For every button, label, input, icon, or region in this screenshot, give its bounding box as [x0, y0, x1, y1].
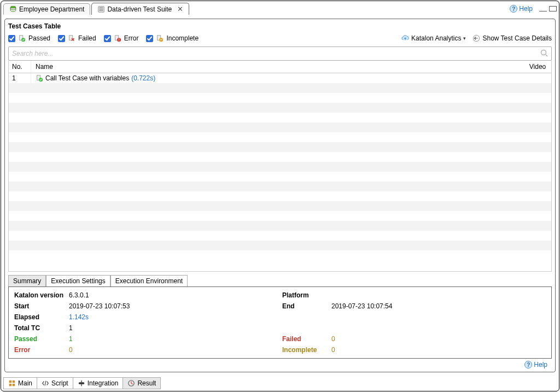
test-duration: (0.722s) [131, 74, 155, 82]
error-icon [114, 34, 121, 42]
show-details-label: Show Test Case Details [482, 34, 552, 42]
failed-icon [68, 34, 75, 42]
search-input[interactable] [8, 46, 552, 61]
filter-failed[interactable]: Failed [58, 34, 96, 42]
bottom-main-button[interactable]: Main [3, 377, 37, 389]
help-label: Help [519, 5, 533, 13]
filter-label: Incomplete [166, 34, 199, 42]
svg-rect-8 [69, 36, 73, 40]
header-no[interactable]: No. [9, 61, 31, 73]
lbl-version: Katalon version [14, 291, 69, 299]
bottom-integration-button[interactable]: Integration [73, 377, 124, 389]
bottom-label: Integration [88, 379, 119, 387]
filter-error[interactable]: Error [104, 34, 139, 42]
val-total-tc: 1 [69, 324, 282, 332]
svg-rect-20 [9, 381, 11, 383]
lbl-start: Start [14, 302, 69, 310]
passed-icon [36, 74, 43, 82]
header-video[interactable]: Video [524, 61, 551, 73]
checkbox-icon [146, 35, 153, 42]
top-tabbar: Employee Department Data-driven Test Sui… [1, 1, 559, 15]
val-end: 2019-07-23 10:07:54 [331, 302, 546, 310]
chevron-down-icon: ▾ [463, 36, 466, 41]
filter-passed[interactable]: Passed [8, 34, 50, 42]
svg-rect-24 [78, 382, 84, 384]
val-version: 6.3.0.1 [69, 291, 282, 299]
test-cases-panel: Test Cases Table Passed Failed [4, 19, 556, 372]
help-link-top[interactable]: ? Help [510, 5, 533, 13]
panel-title: Test Cases Table [8, 22, 552, 30]
lbl-error: Error [14, 346, 69, 354]
show-test-case-details-button[interactable]: Show Test Case Details [472, 34, 552, 42]
help-icon: ? [510, 5, 517, 13]
grid-icon [8, 379, 16, 387]
lbl-failed: Failed [282, 335, 331, 343]
checkbox-icon [104, 35, 111, 42]
search-box [8, 46, 552, 61]
filter-label: Failed [78, 34, 96, 42]
tab-execution-settings[interactable]: Execution Settings [46, 275, 110, 286]
table-row[interactable]: 1 Call Test Case with variables (0.722s) [9, 73, 551, 83]
filter-label: Error [124, 34, 139, 42]
help-label: Help [534, 361, 547, 368]
table-header: No. Name Video [8, 61, 552, 73]
test-name: Call Test Case with variables [45, 74, 129, 82]
val-passed: 1 [69, 335, 282, 343]
svg-rect-3 [100, 7, 103, 8]
katalon-analytics-button[interactable]: Katalon Analytics ▾ [401, 34, 466, 42]
minimize-icon[interactable] [539, 9, 547, 11]
filter-incomplete[interactable]: Incomplete [146, 34, 199, 42]
svg-rect-15 [160, 39, 162, 40]
val-failed: 0 [331, 335, 546, 343]
tab-employee-department[interactable]: Employee Department [3, 3, 90, 15]
svg-rect-4 [100, 9, 103, 9]
search-icon[interactable] [540, 49, 549, 57]
checkbox-icon [58, 35, 65, 42]
arrow-left-icon [472, 34, 480, 42]
bottom-bar: Main Script Integration Result [1, 376, 559, 391]
val-incomplete: 0 [331, 346, 546, 354]
tab-execution-environment[interactable]: Execution Environment [110, 275, 188, 286]
val-elapsed: 1.142s [69, 313, 282, 321]
val-error: 0 [69, 346, 282, 354]
summary-tabs: Summary Execution Settings Execution Env… [8, 275, 552, 287]
suite-icon [97, 5, 105, 13]
cloud-upload-icon [401, 34, 409, 42]
lbl-elapsed: Elapsed [14, 313, 69, 321]
tab-summary[interactable]: Summary [8, 275, 46, 286]
bottom-label: Script [51, 379, 68, 387]
close-icon[interactable]: ✕ [177, 5, 183, 13]
cell-name: Call Test Case with variables (0.722s) [31, 73, 524, 84]
summary-panel: Katalon version 6.3.0.1 Platform Start 2… [8, 287, 552, 359]
integration-icon [78, 379, 85, 387]
maximize-icon[interactable] [549, 6, 557, 11]
svg-rect-11 [119, 38, 119, 40]
cell-video [524, 76, 551, 80]
bottom-script-button[interactable]: Script [37, 377, 73, 389]
checkbox-icon [8, 35, 15, 42]
tab-label: Employee Department [19, 5, 84, 13]
help-icon: ? [524, 361, 532, 368]
tab-data-driven-suite[interactable]: Data-driven Test Suite ✕ [91, 3, 189, 15]
lbl-passed: Passed [14, 335, 69, 343]
bottom-label: Main [18, 379, 32, 387]
svg-rect-21 [13, 381, 15, 383]
cell-no: 1 [9, 73, 31, 84]
help-link-bottom[interactable]: ? Help [524, 361, 547, 368]
filter-row: Passed Failed Error [8, 33, 552, 46]
lbl-end: End [282, 302, 331, 310]
help-link-inline: ? Help [8, 361, 552, 368]
svg-rect-12 [119, 40, 119, 41]
incomplete-icon [156, 34, 164, 42]
bottom-label: Result [137, 379, 156, 387]
database-icon [9, 5, 17, 13]
tab-label: Data-driven Test Suite [107, 5, 172, 13]
header-name[interactable]: Name [31, 61, 524, 73]
filter-label: Passed [28, 34, 50, 42]
lbl-incomplete: Incomplete [282, 346, 331, 354]
bottom-result-button[interactable]: Result [123, 377, 161, 389]
val-start: 2019-07-23 10:07:53 [69, 302, 282, 310]
analytics-label: Katalon Analytics [411, 34, 461, 42]
svg-rect-5 [100, 10, 103, 10]
svg-rect-22 [9, 384, 11, 386]
